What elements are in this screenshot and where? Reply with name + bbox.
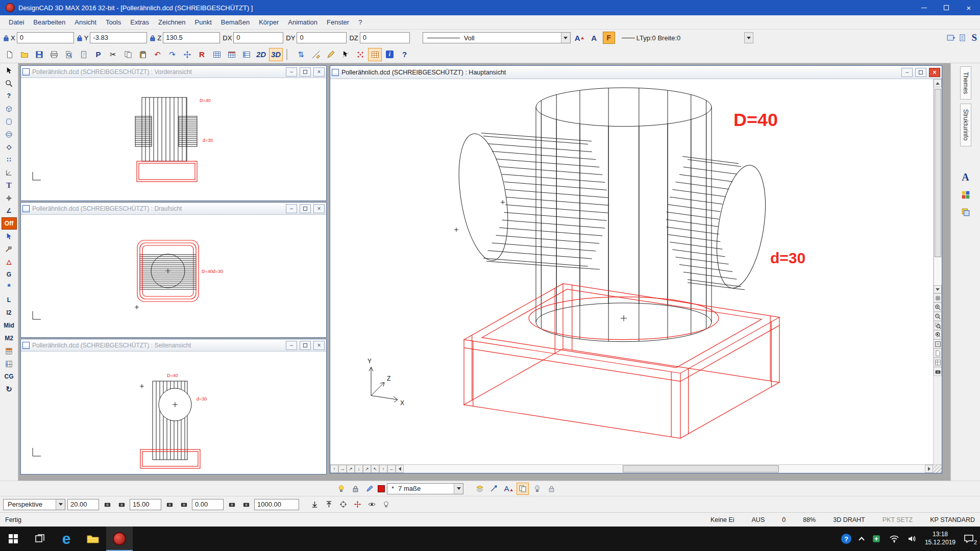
rotate-tool-button[interactable]: ↻ [2, 383, 17, 395]
restore-button[interactable] [915, 68, 926, 77]
line-snap-button[interactable]: L [2, 294, 17, 306]
tilt-input[interactable]: 0.00 [192, 499, 224, 510]
cylinder-tool-button[interactable] [2, 115, 17, 128]
dz-input[interactable]: 0 [360, 32, 410, 43]
redo-button[interactable]: ↷ [165, 48, 179, 61]
font-increase-button[interactable]: A [573, 32, 585, 44]
minimize-button[interactable]: − [286, 67, 297, 77]
start-button[interactable] [0, 527, 27, 551]
sphere-tool-button[interactable] [2, 128, 17, 140]
close-button[interactable]: × [929, 68, 940, 77]
line-tool-button[interactable] [309, 48, 323, 61]
crosshair-tool-button[interactable] [2, 192, 17, 204]
snap-off-button[interactable]: Off [2, 217, 17, 230]
tab-strukturinfo[interactable]: Strukturinfo [960, 104, 971, 146]
view-nav-6[interactable]: ↖ [371, 465, 379, 473]
lock-icon[interactable] [3, 35, 9, 41]
angle-input[interactable]: 15.00 [130, 499, 161, 510]
print-button[interactable] [47, 48, 61, 61]
midpoint-snap-button[interactable]: Mid [2, 319, 17, 332]
tilt-down-camera-button[interactable] [178, 498, 190, 511]
scroll-left-button[interactable] [396, 465, 404, 473]
line-arrow-button[interactable] [488, 483, 500, 495]
layer-stack-button[interactable] [474, 483, 486, 495]
taskbar-edge-button[interactable]: e [53, 527, 80, 551]
cut-button[interactable]: ✂ [106, 48, 120, 61]
tilt-up-camera-button[interactable] [163, 498, 176, 511]
view-nav-1[interactable]: ↑ [330, 465, 338, 473]
scroll-up-button[interactable] [934, 79, 942, 87]
restore-button[interactable] [935, 0, 958, 15]
taskbar-clock[interactable]: 13:18 15.12.2019 [925, 531, 955, 546]
dx-input[interactable]: 0 [233, 32, 283, 43]
star-snap-button[interactable]: * [2, 281, 17, 293]
rotate-right-camera-button[interactable] [115, 498, 128, 511]
z-input[interactable]: 130.5 [163, 32, 220, 43]
info-box-button[interactable]: i [383, 48, 397, 61]
menu-hilfe[interactable]: ? [354, 16, 366, 28]
resize-grip[interactable] [933, 465, 942, 473]
undo-button[interactable]: ↶ [151, 48, 164, 61]
mode-3d-button[interactable]: 3D [269, 48, 283, 61]
point-updown-button[interactable]: ⇅ [294, 48, 308, 61]
layer-dropdown[interactable]: * 7 maße [387, 483, 463, 494]
task-view-button[interactable] [27, 527, 53, 551]
scroll-right-button[interactable] [925, 465, 933, 473]
all-visible-button[interactable] [531, 483, 543, 495]
x-input[interactable]: 0 [17, 32, 74, 43]
view-mode-dropdown-arrow[interactable] [56, 499, 65, 510]
hammer-tool-button[interactable] [2, 243, 17, 255]
lock-icon[interactable] [150, 35, 156, 41]
angle-tool-button[interactable]: ∠ [2, 205, 17, 217]
view-nav-7[interactable]: ↑ [379, 465, 387, 473]
material-palette-button[interactable] [959, 188, 972, 202]
page-view-button[interactable] [934, 348, 942, 358]
focal-input[interactable]: 1000.00 [254, 499, 299, 510]
text-attrib-button[interactable]: A [502, 483, 514, 495]
sheet-view-button[interactable] [934, 358, 942, 367]
action-center-button[interactable]: 2 [964, 534, 974, 543]
set-viewpoint-button[interactable] [337, 498, 349, 511]
context-help-button[interactable]: ? [398, 48, 411, 61]
zoom-tool-button[interactable] [2, 77, 17, 89]
view-nav-4[interactable]: ↓ [355, 465, 363, 473]
draufsicht-titlebar[interactable]: Pollerähnlich.dcd (SCHREIBGESCHÜTZT) : D… [21, 203, 326, 215]
main-drawing-canvas[interactable]: D=40 d=30 Y Z X [330, 79, 933, 464]
table-button[interactable] [225, 48, 238, 61]
menu-extras[interactable]: Extras [126, 16, 154, 28]
view-nav-8[interactable]: ← [387, 465, 396, 473]
style-manager-button[interactable]: S [971, 32, 977, 43]
settings-icon[interactable] [959, 34, 968, 42]
blue-grid-button[interactable] [2, 358, 17, 370]
view-nav-3[interactable]: ↗ [347, 465, 355, 473]
taskbar-designcad-button[interactable] [106, 527, 133, 551]
relative-coords-button[interactable]: R [195, 48, 209, 61]
vorderansicht-titlebar[interactable]: Pollerähnlich.dcd (SCHREIBGESCHÜTZT) : V… [21, 66, 326, 78]
menu-datei[interactable]: Datei [4, 16, 29, 28]
layer-edit-button[interactable] [363, 483, 376, 495]
front-view-canvas[interactable]: D=40 d=30 [21, 78, 326, 201]
delta-snap-button[interactable]: △ [2, 256, 17, 268]
point-select-button[interactable] [353, 48, 367, 61]
layer-dropdown-arrow[interactable] [454, 484, 463, 494]
restore-button[interactable] [300, 341, 311, 350]
grid-options-button[interactable] [210, 48, 224, 61]
copy-button[interactable] [121, 48, 135, 61]
menu-bemassen[interactable]: Bemaßen [216, 16, 254, 28]
restore-button[interactable] [300, 204, 311, 213]
new-file-button[interactable] [3, 48, 16, 61]
top-view-canvas[interactable]: D=40d=30 [21, 215, 326, 337]
intersect-snap-button[interactable]: I2 [2, 307, 17, 319]
menu-fenster[interactable]: Fenster [322, 16, 354, 28]
vertical-scroll-track[interactable] [934, 87, 942, 285]
app-icon[interactable] [6, 3, 15, 12]
menu-zeichnen[interactable]: Zeichnen [154, 16, 190, 28]
dy-input[interactable]: 0 [297, 32, 347, 43]
menu-animation[interactable]: Animation [283, 16, 322, 28]
horizontal-scroll-thumb[interactable] [623, 465, 779, 472]
view-cube-button[interactable] [2, 103, 17, 115]
all-lock-button[interactable] [545, 483, 557, 495]
color-swatch[interactable] [378, 485, 385, 492]
menu-bearbeiten[interactable]: Bearbeiten [29, 16, 70, 28]
color-grid-button[interactable] [2, 345, 17, 357]
